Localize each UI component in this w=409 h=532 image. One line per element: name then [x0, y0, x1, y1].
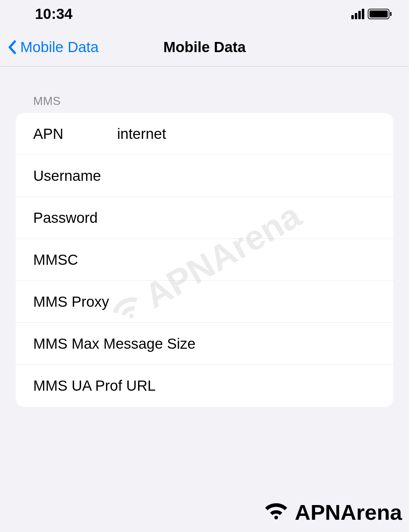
label-mms-proxy: MMS Proxy [33, 293, 117, 310]
label-mms-max-size: MMS Max Message Size [33, 335, 195, 352]
settings-group-mms: APN Username Password MMSC MMS Proxy MMS… [16, 113, 393, 407]
row-apn[interactable]: APN [16, 113, 393, 155]
status-indicators [351, 9, 392, 19]
footer-logo-text: APNArena [295, 500, 402, 525]
label-mmsc: MMSC [33, 251, 117, 268]
input-mms-ua-prof[interactable] [156, 377, 376, 394]
back-button[interactable]: Mobile Data [7, 38, 99, 56]
label-username: Username [33, 168, 117, 184]
label-apn: APN [33, 126, 117, 142]
page-title: Mobile Data [163, 39, 246, 56]
chevron-left-icon [7, 38, 17, 56]
row-mms-proxy[interactable]: MMS Proxy [16, 281, 393, 323]
back-label: Mobile Data [20, 39, 99, 56]
input-password[interactable] [117, 210, 376, 226]
content-area: MMS APN Username Password MMSC MMS Proxy… [0, 66, 409, 407]
row-password[interactable]: Password [16, 197, 393, 239]
battery-icon [368, 9, 392, 19]
input-username[interactable] [117, 168, 376, 184]
input-mms-max-size[interactable] [195, 335, 380, 352]
footer-logo: APNArena [260, 497, 402, 527]
label-password: Password [33, 210, 117, 226]
status-bar: 10:34 [0, 0, 409, 28]
status-time: 10:34 [35, 6, 72, 22]
cellular-signal-icon [351, 9, 364, 19]
input-mms-proxy[interactable] [117, 293, 376, 310]
section-header-mms: MMS [0, 80, 409, 113]
row-mms-ua-prof[interactable]: MMS UA Prof URL [16, 365, 393, 407]
input-mmsc[interactable] [117, 251, 376, 268]
input-apn[interactable] [117, 126, 376, 142]
navigation-bar: Mobile Data Mobile Data [0, 28, 409, 66]
wifi-icon [260, 497, 292, 527]
row-mmsc[interactable]: MMSC [16, 239, 393, 281]
label-mms-ua-prof: MMS UA Prof URL [33, 377, 156, 394]
row-username[interactable]: Username [16, 155, 393, 197]
row-mms-max-size[interactable]: MMS Max Message Size [16, 323, 393, 365]
